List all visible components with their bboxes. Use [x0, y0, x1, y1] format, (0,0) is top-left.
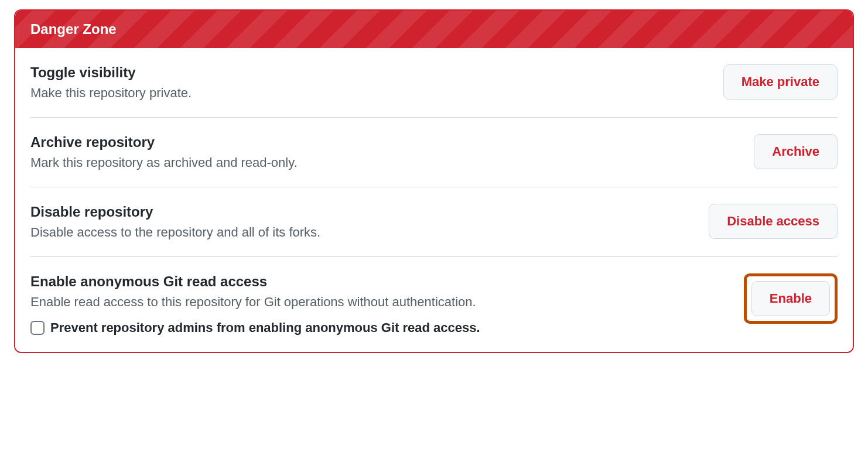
prevent-admins-checkbox-row: Prevent repository admins from enabling … [30, 320, 730, 335]
disable-repository-text: Disable repository Disable access to the… [30, 204, 709, 240]
archive-repository-desc: Mark this repository as archived and rea… [30, 155, 740, 170]
toggle-visibility-text: Toggle visibility Make this repository p… [30, 64, 723, 101]
toggle-visibility-desc: Make this repository private. [30, 85, 709, 101]
toggle-visibility-row: Toggle visibility Make this repository p… [30, 48, 838, 118]
anonymous-git-read-desc: Enable read access to this repository fo… [30, 295, 730, 310]
anonymous-git-read-text: Enable anonymous Git read access Enable … [30, 273, 744, 335]
anonymous-git-read-row: Enable anonymous Git read access Enable … [30, 257, 838, 352]
disable-repository-desc: Disable access to the repository and all… [30, 225, 695, 240]
danger-zone-panel: Danger Zone Toggle visibility Make this … [14, 9, 854, 353]
archive-repository-title: Archive repository [30, 134, 740, 150]
disable-access-button[interactable]: Disable access [709, 204, 838, 239]
archive-button[interactable]: Archive [754, 134, 838, 169]
prevent-admins-checkbox[interactable] [30, 321, 45, 335]
archive-repository-text: Archive repository Mark this repository … [30, 134, 754, 170]
enable-anonymous-git-button[interactable]: Enable [751, 281, 830, 316]
anonymous-git-read-title: Enable anonymous Git read access [30, 273, 730, 290]
make-private-button[interactable]: Make private [723, 64, 838, 100]
disable-repository-row: Disable repository Disable access to the… [30, 187, 838, 257]
archive-repository-row: Archive repository Mark this repository … [30, 118, 838, 187]
disable-repository-title: Disable repository [30, 204, 695, 220]
danger-zone-title: Danger Zone [30, 21, 117, 37]
danger-zone-body: Toggle visibility Make this repository p… [15, 48, 853, 352]
enable-button-highlight: Enable [744, 273, 838, 324]
toggle-visibility-title: Toggle visibility [30, 64, 709, 81]
prevent-admins-checkbox-label: Prevent repository admins from enabling … [50, 320, 480, 335]
danger-zone-header: Danger Zone [15, 11, 853, 48]
